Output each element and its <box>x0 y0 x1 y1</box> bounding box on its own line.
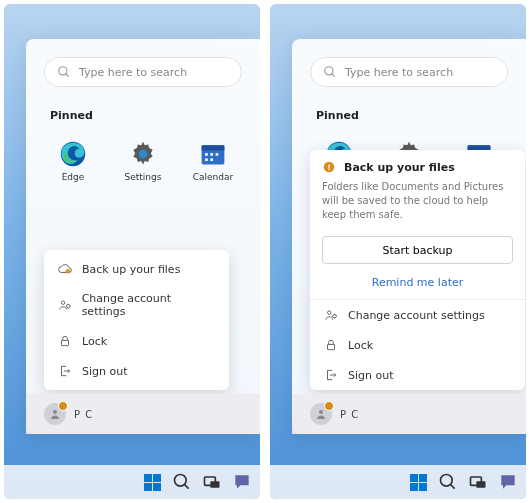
svg-point-38 <box>441 475 453 487</box>
start-button[interactable] <box>142 472 162 492</box>
account-settings-icon <box>58 298 72 312</box>
search-icon <box>323 65 337 79</box>
cloud-warn-icon: ! <box>58 262 72 276</box>
svg-rect-7 <box>210 153 213 156</box>
menu-signout-label: Sign out <box>82 365 128 378</box>
taskbar <box>4 465 260 499</box>
svg-line-18 <box>185 485 189 489</box>
menu-backup-label: Back up your files <box>82 263 180 276</box>
taskview-icon <box>202 472 222 492</box>
svg-rect-36 <box>328 344 335 349</box>
menu-lock[interactable]: Lock <box>310 330 525 360</box>
svg-text:!: ! <box>327 163 330 172</box>
user-name: P C <box>340 409 359 420</box>
svg-rect-20 <box>210 481 219 488</box>
svg-line-1 <box>66 74 69 77</box>
menu-change-label: Change account settings <box>348 309 485 322</box>
menu-backup[interactable]: ! Back up your files <box>48 254 225 284</box>
screenshot-right: Type here to search Pinned Edge Settings <box>270 4 526 499</box>
menu-signout-label: Sign out <box>348 369 394 382</box>
taskbar-chat[interactable] <box>232 472 252 492</box>
start-menu: Type here to search Pinned Edge Settings <box>26 39 260 434</box>
svg-point-35 <box>333 314 337 318</box>
taskbar-search[interactable] <box>438 472 458 492</box>
chat-icon <box>232 472 252 492</box>
pinned-label: Pinned <box>292 95 526 130</box>
account-settings-icon <box>324 308 338 322</box>
avatar-badge-icon <box>324 401 334 411</box>
menu-lock-label: Lock <box>348 339 373 352</box>
user-bar[interactable]: P C <box>292 394 526 434</box>
user-bar[interactable]: P C <box>26 394 260 434</box>
signout-icon <box>58 364 72 378</box>
user-name: P C <box>74 409 93 420</box>
svg-rect-6 <box>205 153 208 156</box>
backup-flyout: ! Back up your files Folders like Docume… <box>310 150 525 390</box>
pinned-edge[interactable]: Edge <box>44 134 102 188</box>
start-menu: Type here to search Pinned Edge Settings <box>292 39 526 434</box>
pinned-edge-label: Edge <box>62 172 85 182</box>
pinned-grid: Edge Settings Calendar <box>26 130 260 192</box>
menu-signout[interactable]: Sign out <box>48 356 225 386</box>
svg-rect-9 <box>205 158 208 161</box>
menu-signout[interactable]: Sign out <box>310 360 525 390</box>
lock-icon <box>58 334 72 348</box>
taskbar <box>270 465 526 499</box>
search-input[interactable]: Type here to search <box>44 57 242 87</box>
user-menu: ! Back up your files Change account sett… <box>44 250 229 390</box>
pinned-settings[interactable]: Settings <box>114 134 172 188</box>
settings-icon <box>129 140 157 168</box>
pinned-label: Pinned <box>26 95 260 130</box>
svg-point-17 <box>175 475 187 487</box>
svg-point-14 <box>67 304 70 307</box>
svg-line-39 <box>451 485 455 489</box>
start-backup-label: Start backup <box>382 244 452 257</box>
svg-point-16 <box>53 410 57 414</box>
start-button[interactable] <box>408 472 428 492</box>
menu-change-label: Change account settings <box>82 292 215 318</box>
search-placeholder: Type here to search <box>345 66 453 79</box>
pinned-calendar[interactable]: Calendar <box>184 134 242 188</box>
search-input[interactable]: Type here to search <box>310 57 508 87</box>
svg-point-13 <box>61 301 64 304</box>
windows-icon <box>410 474 427 491</box>
avatar <box>44 403 66 425</box>
menu-lock-label: Lock <box>82 335 107 348</box>
svg-text:!: ! <box>67 270 68 274</box>
screenshot-left: Type here to search Pinned Edge Settings <box>4 4 260 499</box>
svg-rect-10 <box>210 158 213 161</box>
svg-line-22 <box>332 74 335 77</box>
menu-lock[interactable]: Lock <box>48 326 225 356</box>
svg-point-34 <box>328 311 332 315</box>
start-backup-button[interactable]: Start backup <box>322 236 513 264</box>
taskview-icon <box>468 472 488 492</box>
menu-change-account[interactable]: Change account settings <box>48 284 225 326</box>
svg-rect-15 <box>62 340 69 345</box>
calendar-icon <box>199 140 227 168</box>
remind-later-link[interactable]: Remind me later <box>310 270 525 299</box>
avatar <box>310 403 332 425</box>
svg-point-3 <box>139 150 148 159</box>
svg-rect-41 <box>476 481 485 488</box>
chat-icon <box>498 472 518 492</box>
warn-icon: ! <box>322 160 336 174</box>
search-icon <box>172 472 192 492</box>
pinned-settings-label: Settings <box>125 172 162 182</box>
taskbar-chat[interactable] <box>498 472 518 492</box>
svg-point-37 <box>319 410 323 414</box>
lock-icon <box>324 338 338 352</box>
avatar-badge-icon <box>58 401 68 411</box>
pinned-calendar-label: Calendar <box>193 172 233 182</box>
search-placeholder: Type here to search <box>79 66 187 79</box>
flyout-title: Back up your files <box>344 161 455 174</box>
svg-rect-5 <box>202 145 225 150</box>
taskbar-taskview[interactable] <box>468 472 488 492</box>
menu-change-account[interactable]: Change account settings <box>310 300 525 330</box>
flyout-desc: Folders like Documents and Pictures will… <box>322 180 513 222</box>
taskbar-search[interactable] <box>172 472 192 492</box>
taskbar-taskview[interactable] <box>202 472 222 492</box>
signout-icon <box>324 368 338 382</box>
svg-rect-8 <box>216 153 219 156</box>
search-icon <box>438 472 458 492</box>
search-icon <box>57 65 71 79</box>
